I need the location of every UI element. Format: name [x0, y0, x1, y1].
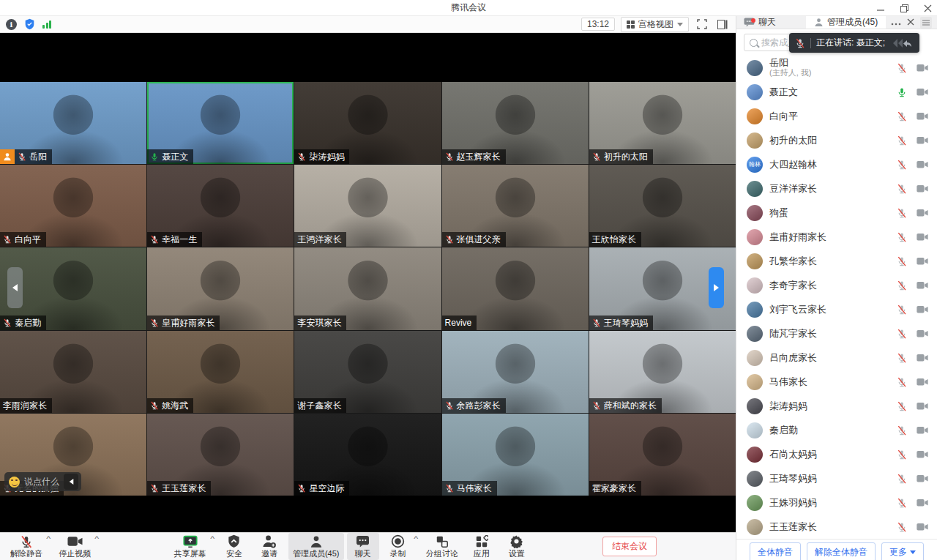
video-tile[interactable]: 王欣怡家长: [589, 165, 736, 247]
muted-mic-icon[interactable]: [897, 449, 907, 460]
muted-mic-icon[interactable]: [897, 474, 907, 484]
minimize-button[interactable]: [876, 3, 886, 13]
muted-mic-icon[interactable]: [897, 425, 907, 436]
panel-more-icon[interactable]: [891, 18, 901, 28]
camera-icon[interactable]: [917, 209, 928, 217]
muted-mic-icon[interactable]: [897, 63, 907, 73]
video-tile[interactable]: 张俱进父亲: [442, 165, 589, 247]
mic-on-icon[interactable]: [897, 87, 907, 97]
muted-mic-icon[interactable]: [897, 111, 907, 122]
video-tile[interactable]: 幸福一生: [147, 165, 294, 247]
camera-icon[interactable]: [917, 329, 928, 338]
member-row[interactable]: 豆洋洋家长: [736, 176, 937, 201]
video-tile[interactable]: 马伟家长: [442, 414, 589, 496]
manage-members-button[interactable]: 管理成员(45): [288, 533, 344, 560]
camera-icon[interactable]: [917, 281, 928, 290]
member-row[interactable]: 李奇宇家长: [736, 273, 937, 297]
camera-icon[interactable]: [917, 64, 928, 72]
record-options-chevron-icon[interactable]: ^: [414, 535, 418, 542]
stop-video-button[interactable]: 停止视频: [54, 533, 95, 560]
muted-mic-icon[interactable]: [897, 305, 907, 315]
muted-mic-icon[interactable]: [897, 256, 907, 266]
camera-icon[interactable]: [917, 305, 928, 314]
camera-icon[interactable]: [917, 426, 928, 435]
muted-mic-icon[interactable]: [897, 329, 907, 339]
video-tile[interactable]: 姚海武: [147, 331, 294, 413]
video-tile[interactable]: 岳阳: [0, 82, 146, 164]
member-row[interactable]: 王玉莲家长: [736, 515, 937, 539]
member-row[interactable]: 岳阳(主持人, 我): [736, 56, 937, 80]
side-panel-toggle-icon[interactable]: [715, 18, 730, 31]
member-row[interactable]: 刘宇飞云家长: [736, 297, 937, 321]
muted-mic-icon[interactable]: [897, 208, 907, 218]
chat-button[interactable]: 聊天: [347, 533, 379, 560]
unmute-button[interactable]: 解除静音: [6, 533, 47, 560]
video-tile[interactable]: 星空边际: [294, 414, 441, 496]
member-row[interactable]: 翰林大四赵翰林: [736, 152, 937, 176]
member-row[interactable]: 白向平: [736, 104, 937, 128]
member-row[interactable]: 皇甫好雨家长: [736, 225, 937, 249]
muted-mic-icon[interactable]: [897, 377, 907, 387]
maximize-button[interactable]: [899, 3, 909, 13]
member-row[interactable]: 陆芃宇家长: [736, 321, 937, 346]
camera-icon[interactable]: [917, 233, 928, 242]
panel-menu-icon[interactable]: [920, 17, 932, 29]
record-button[interactable]: 录制: [382, 533, 414, 560]
tab-chat[interactable]: 聊天: [736, 16, 806, 29]
muted-mic-icon[interactable]: [897, 353, 907, 363]
muted-mic-icon[interactable]: [897, 401, 907, 411]
muted-mic-icon[interactable]: [897, 498, 907, 508]
unmute-options-chevron-icon[interactable]: ^: [46, 535, 51, 542]
camera-icon[interactable]: [917, 354, 928, 362]
invite-button[interactable]: 邀请: [253, 533, 285, 560]
security-button[interactable]: 安全: [218, 533, 250, 560]
network-signal-icon[interactable]: [42, 20, 51, 29]
video-tile[interactable]: 薛和斌的家长: [589, 331, 736, 413]
panel-close-icon[interactable]: [907, 18, 914, 28]
camera-icon[interactable]: [917, 112, 928, 121]
camera-icon[interactable]: [917, 499, 928, 507]
collapse-icon[interactable]: [64, 474, 78, 490]
member-row[interactable]: 柒涛妈妈: [736, 394, 937, 418]
muted-mic-icon[interactable]: [897, 280, 907, 291]
video-tile[interactable]: 聂正文: [147, 82, 294, 164]
member-row[interactable]: 聂正文: [736, 80, 937, 104]
close-button[interactable]: [922, 3, 933, 13]
video-tile[interactable]: 初升的太阳: [589, 82, 736, 164]
end-meeting-button[interactable]: 结束会议: [602, 537, 657, 556]
video-tile[interactable]: Revive: [442, 247, 589, 329]
quick-chat-placeholder[interactable]: 说点什么: [24, 476, 59, 488]
member-row[interactable]: 秦启勤: [736, 418, 937, 442]
member-row[interactable]: 石尚太妈妈: [736, 442, 937, 466]
video-tile[interactable]: 皇甫好雨家长: [147, 247, 294, 329]
camera-icon[interactable]: [917, 257, 928, 266]
camera-icon[interactable]: [917, 136, 928, 145]
member-row[interactable]: 吕向虎家长: [736, 346, 937, 370]
video-tile[interactable]: 白向平: [0, 165, 146, 247]
tab-manage-members[interactable]: 管理成员(45): [806, 16, 886, 29]
share-screen-button[interactable]: 共享屏幕: [170, 533, 211, 560]
stop-video-options-chevron-icon[interactable]: ^: [94, 535, 99, 542]
video-tile[interactable]: 李安琪家长: [294, 247, 441, 329]
video-tile[interactable]: 王玉莲家长: [147, 414, 294, 496]
unmute-all-button[interactable]: 解除全体静音: [807, 542, 876, 560]
security-shield-icon[interactable]: [24, 18, 35, 30]
camera-icon[interactable]: [917, 88, 928, 97]
grid-next-page-button[interactable]: [709, 267, 724, 308]
apps-button[interactable]: 应用: [466, 533, 498, 560]
fullscreen-button[interactable]: [695, 18, 709, 31]
emoji-icon[interactable]: [9, 477, 20, 488]
member-row[interactable]: 马伟家长: [736, 370, 937, 394]
muted-mic-icon[interactable]: [897, 184, 907, 194]
layout-view-button[interactable]: 宫格视图: [621, 17, 689, 32]
camera-icon[interactable]: [917, 402, 928, 411]
more-button[interactable]: 更多: [881, 542, 924, 560]
muted-mic-icon[interactable]: [897, 160, 907, 170]
quick-chat-bar[interactable]: 说点什么: [4, 472, 81, 491]
camera-icon[interactable]: [917, 450, 928, 459]
member-row[interactable]: 王琦琴妈妈: [736, 466, 937, 490]
member-row[interactable]: 孔繁华家长: [736, 249, 937, 273]
muted-mic-icon[interactable]: [897, 232, 907, 242]
muted-mic-icon[interactable]: [897, 135, 907, 146]
settings-button[interactable]: 设置: [501, 533, 533, 560]
